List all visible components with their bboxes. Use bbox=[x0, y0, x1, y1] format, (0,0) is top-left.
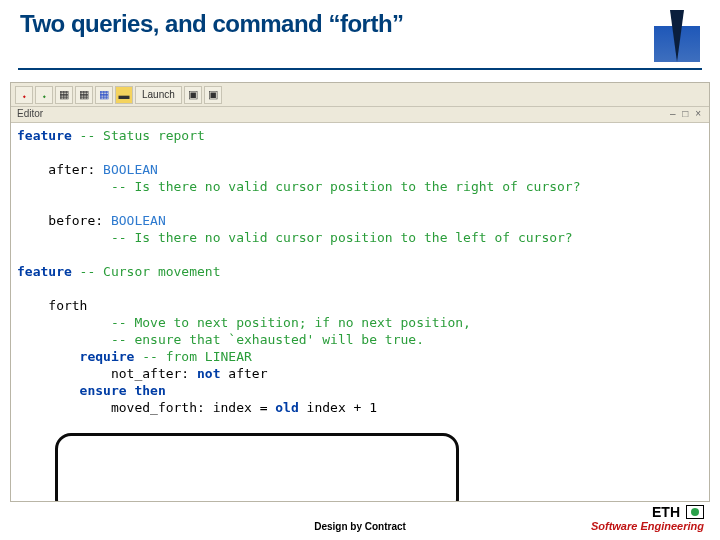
ide-screenshot: ⬩ ⬩ ▦ ▦ ▦ ▬ Launch ▣ ▣ Editor – □ × feat… bbox=[10, 82, 710, 502]
kw-not: not bbox=[197, 366, 220, 381]
eth-logo: ETH bbox=[652, 504, 704, 520]
window-controls: – □ × bbox=[670, 108, 703, 121]
toolbar-icon-5: ▦ bbox=[95, 86, 113, 104]
id-forth: forth bbox=[17, 298, 87, 313]
se-globe-icon bbox=[686, 505, 704, 519]
id-after: after bbox=[17, 162, 87, 177]
editor-header: Editor – □ × bbox=[11, 107, 709, 123]
ty-bool-2: BOOLEAN bbox=[111, 213, 166, 228]
footer-caption: Design by Contract bbox=[314, 521, 406, 532]
toolbar-icon-3: ▦ bbox=[55, 86, 73, 104]
id-before: before bbox=[17, 213, 95, 228]
cm-linear: -- from LINEAR bbox=[134, 349, 251, 364]
contract-highlight-box bbox=[55, 433, 459, 502]
slide-footer: Design by Contract ETH Software Engineer… bbox=[0, 504, 720, 532]
toolbar-icon-8: ▣ bbox=[204, 86, 222, 104]
id-moved: moved_forth: index = bbox=[17, 400, 275, 415]
se-text: Software Engineering bbox=[591, 520, 704, 532]
code-editor: feature -- Status report after: BOOLEAN … bbox=[11, 123, 709, 501]
kw-old: old bbox=[275, 400, 298, 415]
eth-text: ETH bbox=[652, 504, 680, 520]
toolbar-icon-7: ▣ bbox=[184, 86, 202, 104]
toolbar-icon-1: ⬩ bbox=[15, 86, 33, 104]
slide-title: Two queries, and command “forth” bbox=[20, 10, 404, 38]
kw-ensure: ensure then bbox=[17, 383, 166, 398]
eth-tower-logo bbox=[654, 10, 700, 62]
cm-after: -- Is there no valid cursor position to … bbox=[17, 179, 581, 194]
id-notafter: not_after: bbox=[17, 366, 197, 381]
kw-require: require bbox=[17, 349, 134, 364]
id-after2: after bbox=[221, 366, 268, 381]
cm-move2: -- ensure that `exhausted' will be true. bbox=[17, 332, 424, 347]
colon-1: : bbox=[87, 162, 103, 177]
colon-2: : bbox=[95, 213, 111, 228]
ide-toolbar: ⬩ ⬩ ▦ ▦ ▦ ▬ Launch ▣ ▣ bbox=[11, 83, 709, 107]
cm-status: -- Status report bbox=[72, 128, 205, 143]
id-index: index + 1 bbox=[299, 400, 377, 415]
cm-cursor: -- Cursor movement bbox=[72, 264, 221, 279]
title-underline bbox=[18, 68, 702, 70]
toolbar-icon-4: ▦ bbox=[75, 86, 93, 104]
kw-feature-2: feature bbox=[17, 264, 72, 279]
cm-move1: -- Move to next position; if no next pos… bbox=[17, 315, 471, 330]
cm-before: -- Is there no valid cursor position to … bbox=[17, 230, 573, 245]
toolbar-icon-6: ▬ bbox=[115, 86, 133, 104]
kw-feature-1: feature bbox=[17, 128, 72, 143]
ty-bool-1: BOOLEAN bbox=[103, 162, 158, 177]
toolbar-icon-2: ⬩ bbox=[35, 86, 53, 104]
launch-button: Launch bbox=[135, 86, 182, 104]
editor-title: Editor bbox=[17, 108, 43, 121]
